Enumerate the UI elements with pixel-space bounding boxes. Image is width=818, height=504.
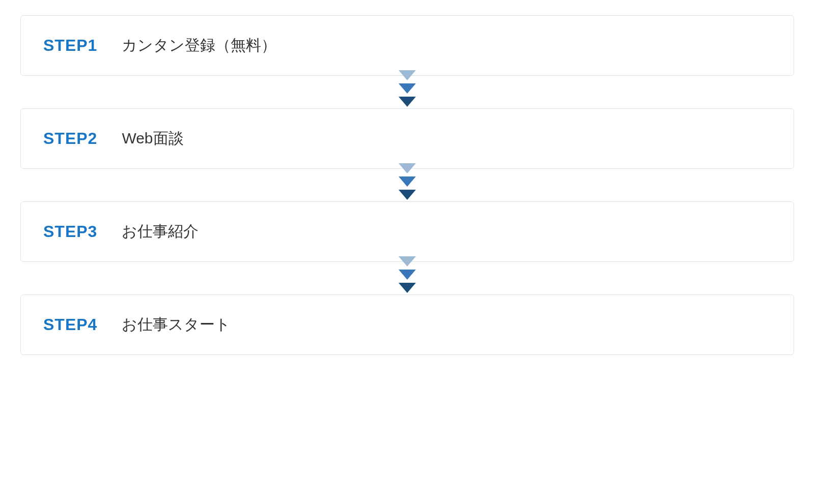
step-2-text: Web面談 <box>122 128 183 149</box>
step-4-label: STEP4 <box>43 315 97 334</box>
chevron-down-icon <box>399 256 416 266</box>
chevron-down-icon <box>399 163 416 173</box>
arrow-connector-3 <box>20 252 794 298</box>
arrow-connector-2 <box>20 159 794 204</box>
step-1-text: カンタン登録（無料） <box>122 35 276 56</box>
arrow-connector-1 <box>20 66 794 111</box>
step-4-text: お仕事スタート <box>122 314 231 335</box>
step-4-box: STEP4 お仕事スタート <box>20 294 794 355</box>
chevron-down-icon <box>399 97 416 107</box>
step-3-text: お仕事紹介 <box>122 221 199 242</box>
chevron-down-icon <box>399 190 416 200</box>
chevron-down-icon <box>399 270 416 280</box>
chevron-down-icon <box>399 176 416 187</box>
steps-flow-container: STEP1 カンタン登録（無料） STEP2 Web面談 STEP3 お仕事紹介… <box>20 15 794 355</box>
step-1-label: STEP1 <box>43 36 97 55</box>
chevron-down-icon <box>399 283 416 293</box>
chevron-down-icon <box>399 70 416 80</box>
step-2-label: STEP2 <box>43 129 97 148</box>
step-3-label: STEP3 <box>43 222 97 241</box>
chevron-down-icon <box>399 83 416 94</box>
